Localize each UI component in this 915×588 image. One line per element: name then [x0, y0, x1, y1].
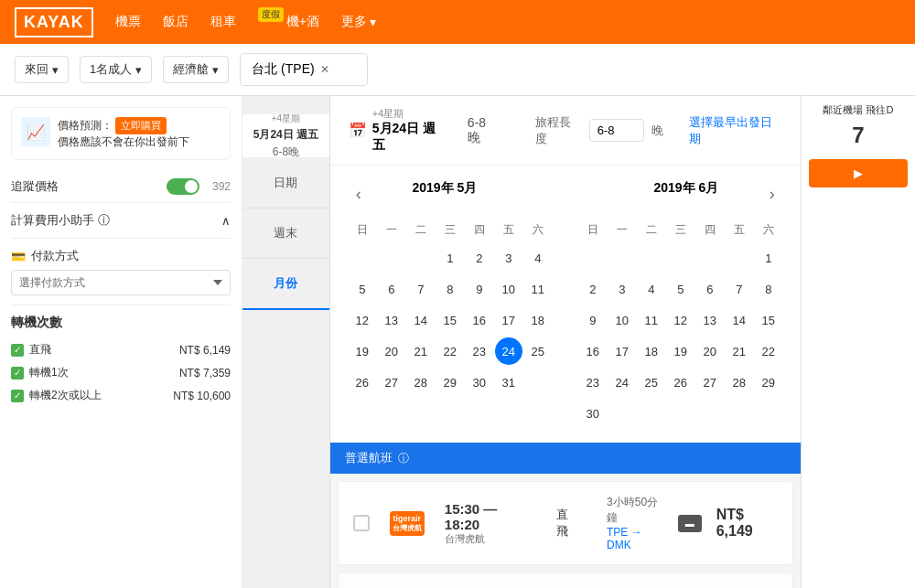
jun-day-7[interactable]: 7	[726, 275, 753, 303]
may-day-29[interactable]: 29	[436, 369, 464, 396]
may-day-2[interactable]: 2	[466, 244, 493, 272]
transfer-one-stop-checkbox[interactable]: ✓	[11, 367, 24, 380]
orange-action-button[interactable]: ▶	[809, 159, 908, 187]
may-day-18[interactable]: 18	[524, 306, 552, 334]
payment-method-select[interactable]: 選擇付款方式	[11, 270, 231, 295]
may-day-30[interactable]: 30	[466, 369, 493, 396]
may-day-27[interactable]: 27	[378, 369, 405, 396]
may-day-3[interactable]: 3	[495, 244, 522, 272]
may-day-10[interactable]: 10	[495, 275, 522, 303]
tab-date[interactable]: 日期	[242, 158, 329, 208]
nav-flights[interactable]: 機票	[115, 14, 141, 30]
nav-hotels[interactable]: 飯店	[163, 14, 188, 30]
nav-more[interactable]: 更多 ▾	[341, 14, 376, 30]
passengers-selector[interactable]: 1名成人 ▾	[80, 56, 152, 83]
buy-now-button[interactable]: 立即購買	[115, 117, 167, 134]
may-day-20[interactable]: 20	[378, 337, 405, 365]
jun-day-19[interactable]: 19	[667, 337, 694, 365]
jun-day-25[interactable]: 25	[638, 369, 665, 396]
jun-day-8[interactable]: 8	[755, 275, 782, 303]
transfer-nonstop-checkbox[interactable]: ✓	[11, 344, 24, 357]
may-day-6[interactable]: 6	[378, 275, 405, 303]
jun-day-26[interactable]: 26	[667, 369, 694, 396]
cost-helper-toggle-icon[interactable]: ∧	[221, 214, 231, 228]
day-header-tue: 二	[407, 219, 435, 241]
jun-day-24[interactable]: 24	[608, 369, 636, 396]
may-day-24-selected[interactable]: 24	[495, 337, 522, 365]
flight-1-price: NT$ 6,149	[716, 507, 778, 540]
jun-day-20[interactable]: 20	[696, 337, 724, 365]
nearby-text: 鄰近機場 飛往D	[823, 103, 893, 117]
day-header-fri: 五	[495, 219, 522, 241]
cost-helper-info-icon: ⓘ	[98, 213, 110, 227]
cabin-selector[interactable]: 經濟艙 ▾	[163, 56, 229, 83]
flight-1-checkbox[interactable]	[353, 515, 370, 531]
may-day-15[interactable]: 15	[436, 306, 464, 334]
may-day-8[interactable]: 8	[436, 275, 464, 303]
may-day-4[interactable]: 4	[524, 244, 552, 272]
jun-day-2[interactable]: 2	[579, 275, 607, 303]
transfer-two-plus-checkbox[interactable]: ✓	[11, 390, 24, 402]
may-day-19[interactable]: 19	[349, 337, 376, 365]
jun-day-5[interactable]: 5	[667, 275, 694, 303]
jun-day-28[interactable]: 28	[726, 369, 753, 396]
may-day-25[interactable]: 25	[524, 337, 552, 365]
jun-day-21[interactable]: 21	[726, 337, 753, 365]
jun-day-11[interactable]: 11	[638, 306, 665, 334]
nav-flight-hotel[interactable]: 度假 機+酒	[258, 14, 319, 30]
may-day-28[interactable]: 28	[407, 369, 435, 396]
may-day-9[interactable]: 9	[466, 275, 493, 303]
jun-day-10[interactable]: 10	[608, 306, 636, 334]
may-day-17[interactable]: 17	[495, 306, 522, 334]
duration-input[interactable]	[589, 119, 644, 142]
jun-day-15[interactable]: 15	[755, 306, 782, 334]
jun-day-header-thu: 四	[696, 219, 724, 241]
nav-car-rental[interactable]: 租車	[210, 14, 236, 30]
tab-weekend[interactable]: 週末	[242, 208, 329, 259]
may-day-1[interactable]: 1	[436, 244, 464, 272]
jun-day-30[interactable]: 30	[579, 400, 607, 427]
may-day-7[interactable]: 7	[407, 275, 435, 303]
may-day-23[interactable]: 23	[466, 337, 493, 365]
jun-day-12[interactable]: 12	[667, 306, 694, 334]
tab-month[interactable]: 月份	[242, 259, 329, 310]
jun-day-18[interactable]: 18	[638, 337, 665, 365]
prev-month-button[interactable]: ‹	[349, 185, 369, 204]
selected-date-label: 5月24日 週五	[253, 127, 318, 143]
jun-day-3[interactable]: 3	[608, 275, 636, 303]
may-day-22[interactable]: 22	[436, 337, 464, 365]
duration-label: 旅程長度	[535, 114, 582, 147]
jun-day-22[interactable]: 22	[755, 337, 782, 365]
earliest-departure-link[interactable]: 選擇最早出發日期	[689, 114, 782, 147]
jun-day-17[interactable]: 17	[608, 337, 636, 365]
origin-input[interactable]: 台北 (TPE) ✕	[240, 53, 368, 86]
trip-type-selector[interactable]: 來回 ▾	[15, 56, 69, 83]
clear-origin-button[interactable]: ✕	[320, 63, 329, 76]
may-day-5[interactable]: 5	[349, 275, 376, 303]
jun-day-14[interactable]: 14	[726, 306, 753, 334]
may-calendar: ‹ 2019年 5月 日 一 二 三 四 五 六	[349, 180, 552, 428]
may-day-11[interactable]: 11	[524, 275, 552, 303]
jun-day-27[interactable]: 27	[696, 369, 724, 396]
jun-day-6[interactable]: 6	[696, 275, 724, 303]
jun-day-9[interactable]: 9	[579, 306, 607, 334]
track-price-section: 追蹤價格 392	[11, 171, 231, 203]
jun-day-29[interactable]: 29	[755, 369, 782, 396]
jun-day-23[interactable]: 23	[579, 369, 607, 396]
jun-day-16[interactable]: 16	[579, 337, 607, 365]
flight-1-card-icon: ▬	[678, 515, 702, 532]
may-nav: ‹ 2019年 5月	[349, 180, 552, 208]
jun-day-4[interactable]: 4	[638, 275, 665, 303]
may-day-13[interactable]: 13	[378, 306, 405, 334]
may-day-12[interactable]: 12	[349, 306, 376, 334]
may-day-26[interactable]: 26	[349, 369, 376, 396]
may-day-empty	[349, 244, 376, 272]
next-month-button[interactable]: ›	[762, 185, 782, 204]
jun-day-13[interactable]: 13	[696, 306, 724, 334]
may-day-21[interactable]: 21	[407, 337, 435, 365]
track-price-toggle[interactable]	[167, 178, 199, 195]
may-day-16[interactable]: 16	[466, 306, 493, 334]
jun-day-1[interactable]: 1	[755, 244, 782, 272]
may-day-14[interactable]: 14	[407, 306, 435, 334]
may-day-31[interactable]: 31	[495, 369, 522, 396]
